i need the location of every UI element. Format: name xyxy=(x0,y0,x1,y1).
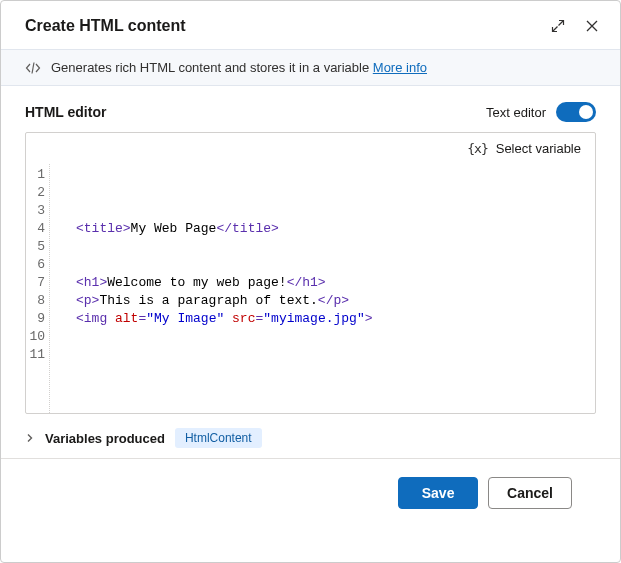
code-content[interactable]: <title>My Web Page</title> <h1>Welcome t… xyxy=(50,164,595,413)
text-editor-toggle-label: Text editor xyxy=(486,105,546,120)
close-icon[interactable] xyxy=(584,18,600,34)
code-line xyxy=(68,328,595,346)
line-gutter: 1234567891011 xyxy=(26,164,50,413)
variables-produced-row: Variables produced HtmlContent xyxy=(25,414,596,458)
code-line xyxy=(68,184,595,202)
footer: Save Cancel xyxy=(25,459,596,527)
save-button[interactable]: Save xyxy=(398,477,478,509)
code-line: <p>This is a paragraph of text.</p> xyxy=(68,292,595,310)
line-number: 11 xyxy=(26,346,45,364)
code-line xyxy=(68,238,595,256)
titlebar-actions xyxy=(550,18,600,34)
editor-box: {x} Select variable 1234567891011 <title… xyxy=(25,132,596,414)
variables-produced-label: Variables produced xyxy=(45,431,165,446)
editor-header: HTML editor Text editor xyxy=(25,102,596,122)
line-number: 10 xyxy=(26,328,45,346)
line-number: 3 xyxy=(26,202,45,220)
line-number: 6 xyxy=(26,256,45,274)
code-line xyxy=(68,166,595,184)
variable-chip[interactable]: HtmlContent xyxy=(175,428,262,448)
line-number: 8 xyxy=(26,292,45,310)
line-number: 9 xyxy=(26,310,45,328)
line-number: 1 xyxy=(26,166,45,184)
code-line xyxy=(68,256,595,274)
code-icon xyxy=(25,61,41,75)
cancel-button[interactable]: Cancel xyxy=(488,477,572,509)
code-line: <title>My Web Page</title> xyxy=(68,220,595,238)
variable-icon: {x} xyxy=(467,141,487,156)
code-line: <img alt="My Image" src="myimage.jpg"> xyxy=(68,310,595,328)
dialog: Create HTML content xyxy=(0,0,621,563)
code-line xyxy=(68,202,595,220)
select-variable-label: Select variable xyxy=(496,141,581,156)
line-number: 2 xyxy=(26,184,45,202)
editor-label: HTML editor xyxy=(25,104,486,120)
expand-icon[interactable] xyxy=(550,18,566,34)
chevron-right-icon[interactable] xyxy=(25,433,35,443)
line-number: 5 xyxy=(26,238,45,256)
text-editor-toggle-row: Text editor xyxy=(486,102,596,122)
dialog-title: Create HTML content xyxy=(25,17,550,35)
code-line xyxy=(68,346,595,364)
titlebar: Create HTML content xyxy=(1,1,620,49)
line-number: 7 xyxy=(26,274,45,292)
code-line: <h1>Welcome to my web page!</h1> xyxy=(68,274,595,292)
code-editor[interactable]: 1234567891011 <title>My Web Page</title>… xyxy=(26,164,595,413)
line-number: 4 xyxy=(26,220,45,238)
text-editor-toggle[interactable] xyxy=(556,102,596,122)
select-variable-button[interactable]: {x} Select variable xyxy=(26,133,595,164)
more-info-link[interactable]: More info xyxy=(373,60,427,75)
infobar: Generates rich HTML content and stores i… xyxy=(1,49,620,86)
dialog-body: HTML editor Text editor {x} Select varia… xyxy=(1,86,620,562)
infobar-text: Generates rich HTML content and stores i… xyxy=(51,60,427,75)
infobar-desc: Generates rich HTML content and stores i… xyxy=(51,60,373,75)
